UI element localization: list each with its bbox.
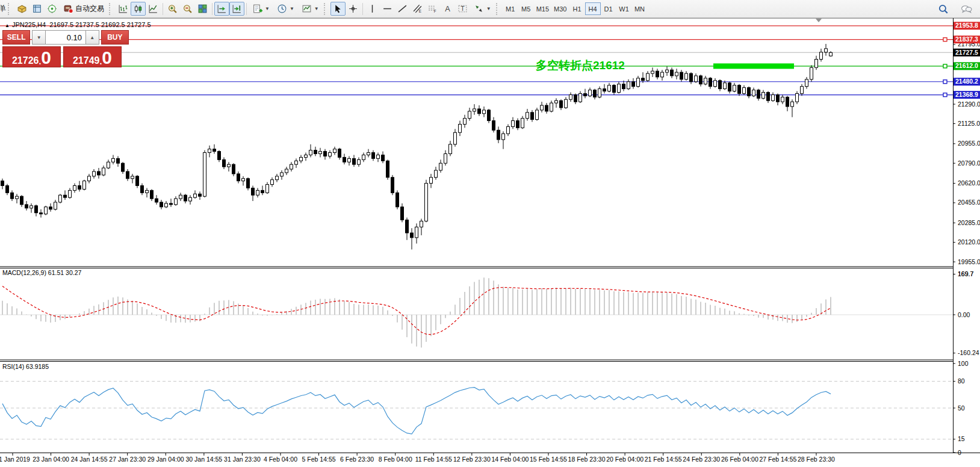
search-button[interactable] (935, 2, 951, 16)
auto-scroll-icon (217, 4, 227, 14)
timeframe-m5-button[interactable]: M5 (518, 2, 534, 15)
timeframe-m1-button[interactable]: M1 (503, 2, 518, 15)
svg-text:21125.0: 21125.0 (958, 120, 980, 127)
timeframe-d1-button[interactable]: D1 (601, 2, 616, 15)
data-window-icon (32, 4, 42, 14)
zoom-out-button[interactable] (180, 2, 195, 16)
candlestick-chart-button[interactable] (131, 2, 146, 16)
templates-button[interactable]: ▼ (298, 2, 323, 16)
text-icon: A (442, 4, 453, 14)
zoom-in-button[interactable] (165, 2, 180, 16)
auto-scroll-button[interactable] (214, 2, 229, 16)
timeframe-h1-button[interactable]: H1 (569, 2, 585, 15)
toolbar: 单 自动交易 ▼ ▼ ▼ E F A T ▼ M1M5M15M30H1H4D1W… (0, 0, 980, 18)
toolbar-grip (324, 3, 329, 15)
candlestick-chart-icon (133, 4, 143, 14)
chat-button[interactable] (959, 2, 974, 16)
line-handle-marker[interactable] (943, 93, 947, 97)
timeframe-m15-button[interactable]: M15 (534, 2, 551, 15)
lot-decrease-button[interactable]: ▼ (32, 30, 45, 45)
data-window-button[interactable] (29, 2, 45, 16)
chart-window[interactable]: 21795.021290.021125.020955.020790.020620… (0, 18, 980, 467)
text-label-button[interactable]: T (455, 2, 470, 16)
channel-button[interactable]: E (410, 2, 425, 16)
chart-shift-button[interactable] (229, 2, 244, 16)
timeframe-m30-button[interactable]: M30 (551, 2, 569, 15)
crosshair-button[interactable] (346, 2, 361, 16)
periods-button[interactable]: ▼ (273, 2, 298, 16)
market-watch-button[interactable] (14, 2, 29, 16)
chart-annotation-text[interactable]: 多空转折点21612 (536, 58, 625, 73)
price-chart[interactable]: 21795.021290.021125.020955.020790.020620… (0, 18, 980, 467)
cursor-button[interactable] (330, 2, 346, 16)
tile-windows-button[interactable] (195, 2, 210, 16)
svg-text:50: 50 (958, 404, 965, 412)
svg-text:30 Jan 14:55: 30 Jan 14:55 (185, 456, 222, 463)
line-handle-marker[interactable] (943, 38, 947, 42)
timeframe-h4-button[interactable]: H4 (585, 2, 601, 15)
svg-text:21480.2: 21480.2 (955, 78, 978, 85)
bar-chart-button[interactable] (116, 2, 131, 16)
channel-icon: E (412, 4, 423, 14)
text-button[interactable]: A (440, 2, 455, 16)
dropdown-arrow-icon: ▼ (265, 6, 270, 11)
title-triangle-icon: ▲ (5, 23, 10, 28)
clock-icon (277, 4, 287, 14)
arrows-button[interactable]: ▼ (470, 2, 495, 16)
svg-text:20285.0: 20285.0 (958, 219, 980, 226)
svg-text:T: T (461, 5, 465, 12)
autotrading-button[interactable]: 自动交易 (60, 2, 108, 16)
trendline-icon (397, 4, 408, 14)
buy-price-box[interactable]: 21749.0 (63, 46, 122, 67)
timeframe-toolbar: M1M5M15M30H1H4D1W1MN (503, 2, 648, 15)
line-handle-marker[interactable] (943, 80, 947, 84)
timeframe-w1-button[interactable]: W1 (616, 2, 632, 15)
trendline-button[interactable] (395, 2, 410, 16)
svg-text:19955.0: 19955.0 (958, 258, 980, 265)
svg-text:29 Jan 04:00: 29 Jan 04:00 (147, 456, 184, 463)
buy-button[interactable]: BUY (101, 30, 129, 45)
lot-increase-button[interactable]: ▲ (86, 30, 99, 45)
fibonacci-icon: F (427, 4, 438, 14)
sell-price-pip: 0 (41, 51, 51, 66)
new-order-button[interactable]: 单 (0, 2, 7, 16)
svg-text:21368.9: 21368.9 (955, 91, 978, 98)
one-click-trading-panel: SELL ▼ ▲ BUY 21726.0 21749.0 (2, 30, 129, 67)
toolbar-separator (362, 3, 363, 15)
svg-text:169.7: 169.7 (958, 270, 973, 277)
svg-text:E: E (418, 9, 421, 13)
vertical-line-icon (367, 4, 377, 14)
fibonacci-button[interactable]: F (425, 2, 440, 16)
highlight-box[interactable] (713, 63, 794, 69)
line-chart-button[interactable] (146, 2, 161, 16)
buy-price-pip: 0 (102, 51, 112, 66)
svg-text:21 Feb 14:55: 21 Feb 14:55 (645, 456, 682, 463)
svg-text:15: 15 (958, 435, 965, 442)
svg-text:15 Feb 14:55: 15 Feb 14:55 (530, 456, 567, 463)
svg-text:21953.8: 21953.8 (955, 22, 978, 29)
svg-text:20120.0: 20120.0 (958, 238, 980, 246)
sell-button[interactable]: SELL (2, 30, 30, 45)
sell-price-box[interactable]: 21726.0 (2, 46, 61, 67)
svg-text:8 Feb 04:00: 8 Feb 04:00 (379, 456, 412, 463)
svg-text:12 Feb 23:30: 12 Feb 23:30 (453, 456, 491, 463)
line-handle-marker[interactable] (943, 64, 947, 68)
lot-size-input[interactable] (45, 30, 86, 45)
arrows-icon (474, 4, 484, 14)
horizontal-line-button[interactable] (380, 2, 395, 16)
navigator-button[interactable] (45, 2, 60, 16)
dropdown-arrow-icon: ▼ (486, 6, 491, 11)
svg-text:F: F (433, 9, 436, 13)
zoom-in-icon (167, 4, 178, 14)
add-indicator-button[interactable]: ▼ (249, 2, 273, 16)
toolbar-grip (109, 3, 114, 15)
one-click-top-row: SELL ▼ ▲ BUY (2, 30, 129, 45)
cursor-icon (333, 4, 343, 14)
vertical-line-button[interactable] (365, 2, 380, 16)
timeframe-mn-button[interactable]: MN (632, 2, 648, 15)
chart-title: ▲JPN225,H4 21697.5 21737.5 21692.5 21727… (5, 21, 151, 28)
tile-windows-icon (197, 4, 208, 14)
one-click-price-row: 21726.0 21749.0 (2, 46, 129, 67)
svg-text:20455.0: 20455.0 (958, 199, 980, 206)
svg-text:18 Feb 23:30: 18 Feb 23:30 (568, 456, 606, 463)
